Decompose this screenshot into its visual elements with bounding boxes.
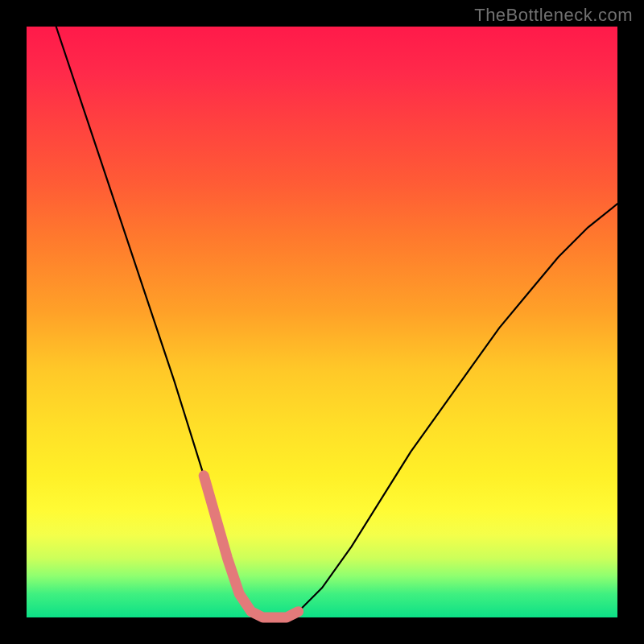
curve-layer <box>27 27 617 617</box>
bottleneck-curve <box>56 27 617 617</box>
bottleneck-curve-highlight <box>204 476 298 617</box>
watermark-text: TheBottleneck.com <box>474 5 633 26</box>
chart-frame: TheBottleneck.com <box>0 0 644 644</box>
